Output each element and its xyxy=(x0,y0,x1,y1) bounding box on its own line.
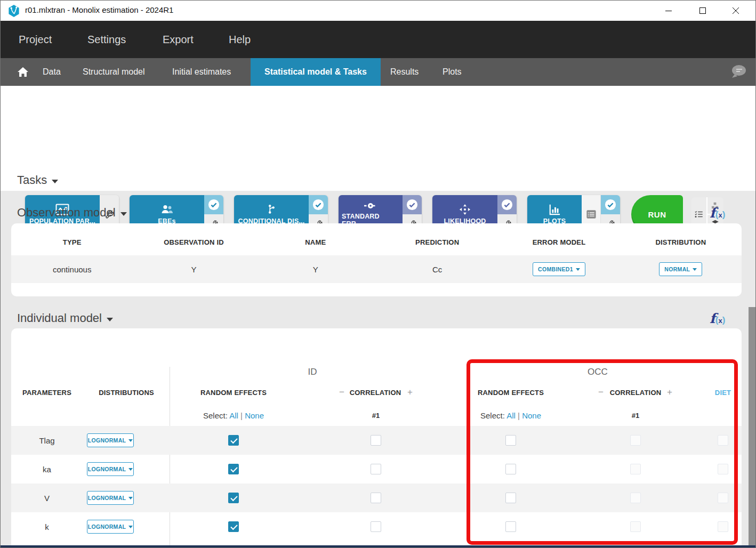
tab-statistical-model-tasks[interactable]: Statistical model & Tasks xyxy=(251,58,381,86)
individual-model-heading[interactable]: Individual model xyxy=(17,311,113,325)
diet-covariate-checkbox[interactable] xyxy=(718,493,728,503)
id-random-effect-checkbox[interactable] xyxy=(228,464,239,474)
menu-settings[interactable]: Settings xyxy=(87,21,126,58)
tab-initial-estimates[interactable]: Initial estimates xyxy=(172,58,231,86)
occ-random-effect-checkbox[interactable] xyxy=(505,464,516,474)
id-correlation-checkbox[interactable] xyxy=(371,521,381,532)
table-row: V LOGNORMAL xyxy=(11,483,742,512)
task-selected-check-icon[interactable] xyxy=(601,195,620,214)
obs-prediction: Cc xyxy=(376,265,498,274)
menu-project[interactable]: Project xyxy=(19,21,52,58)
menu-bar: Project Settings Export Help xyxy=(1,21,755,58)
task-selected-check-icon[interactable] xyxy=(204,195,223,214)
tasks-heading[interactable]: Tasks xyxy=(17,173,58,187)
id-random-effect-checkbox[interactable] xyxy=(228,521,239,532)
occ-correlation-checkbox[interactable] xyxy=(630,464,641,474)
crosshair-icon xyxy=(459,204,471,215)
id-random-effect-checkbox[interactable] xyxy=(228,435,239,446)
id-correlation-checkbox[interactable] xyxy=(371,435,381,446)
observation-formula-icon[interactable]: f(x) xyxy=(710,205,731,221)
window-bottom-edge xyxy=(1,545,755,547)
table-row: Tlag LOGNORMAL xyxy=(11,426,742,455)
id-select-none-link[interactable]: None xyxy=(245,411,264,420)
occ-random-effect-checkbox[interactable] xyxy=(505,493,516,503)
diet-covariate-checkbox[interactable] xyxy=(718,521,728,532)
occ-select-all-link[interactable]: All xyxy=(506,411,516,420)
tab-bar: Data Structural model Initial estimates … xyxy=(1,58,755,86)
id-correlation-checkbox[interactable] xyxy=(371,493,381,503)
id-random-effect-checkbox[interactable] xyxy=(228,493,239,503)
distribution-dropdown[interactable]: LOGNORMAL xyxy=(87,433,134,447)
distribution-dropdown[interactable]: NORMAL xyxy=(659,262,702,276)
remove-occ-correlation-icon[interactable]: − xyxy=(598,387,604,398)
menu-export[interactable]: Export xyxy=(163,21,194,58)
column-type: TYPE xyxy=(11,238,133,246)
parameter-name: k xyxy=(15,512,79,541)
home-icon xyxy=(17,67,29,77)
occ-correlation-checkbox[interactable] xyxy=(630,435,641,446)
occ-select-none-link[interactable]: None xyxy=(522,411,541,420)
individual-formula-icon[interactable]: f(x) xyxy=(710,311,731,326)
chevron-down-icon xyxy=(128,439,133,442)
remove-id-correlation-icon[interactable]: − xyxy=(339,387,344,398)
minimize-button[interactable] xyxy=(656,1,681,21)
column-error-model: ERROR MODEL xyxy=(498,238,620,246)
occ-random-effect-checkbox[interactable] xyxy=(505,521,516,532)
observation-model-heading[interactable]: Observation model xyxy=(17,206,127,220)
error-model-dropdown[interactable]: COMBINED1 xyxy=(533,262,585,276)
column-distribution: DISTRIBUTION xyxy=(620,238,742,246)
table-row: ka LOGNORMAL xyxy=(11,455,742,483)
distribution-dropdown[interactable]: LOGNORMAL xyxy=(87,462,134,476)
tasks-panel: Tasks POPULATION PAR... EBEs xyxy=(1,86,755,191)
occ-correlation-index: #1 xyxy=(632,412,639,420)
chevron-down-icon xyxy=(128,526,133,528)
tab-results[interactable]: Results xyxy=(390,58,419,86)
parameters-header: PARAMETERS xyxy=(22,389,71,397)
occ-correlation-checkbox[interactable] xyxy=(630,493,641,503)
parameter-name: ka xyxy=(15,455,79,483)
error-bar-icon xyxy=(364,201,377,211)
home-tab[interactable] xyxy=(11,58,35,86)
monolix-window: r01.mlxtran - Monolix estimation - 2024R… xyxy=(0,0,756,548)
occ-correlation-header: CORRELATION xyxy=(610,389,662,397)
diet-covariate-header: DIET xyxy=(715,389,731,397)
collapse-arrow-icon xyxy=(52,180,58,183)
people-icon xyxy=(160,204,174,215)
bar-chart-icon xyxy=(549,204,560,215)
parameter-name: V xyxy=(15,483,79,512)
task-selected-check-icon[interactable] xyxy=(309,195,328,214)
diet-covariate-checkbox[interactable] xyxy=(718,464,728,474)
add-occ-correlation-icon[interactable]: + xyxy=(667,387,672,398)
chevron-down-icon xyxy=(693,268,697,271)
tab-plots[interactable]: Plots xyxy=(443,58,462,86)
occ-correlation-checkbox[interactable] xyxy=(630,521,641,532)
tab-structural-model[interactable]: Structural model xyxy=(83,58,145,86)
branch-icon xyxy=(266,204,277,215)
obs-id: Y xyxy=(133,265,254,274)
close-button[interactable] xyxy=(723,1,748,21)
task-selected-check-icon[interactable] xyxy=(403,195,422,214)
parameter-name: Tlag xyxy=(15,426,79,455)
tab-data[interactable]: Data xyxy=(43,58,61,86)
id-correlation-index: #1 xyxy=(372,412,380,420)
group-id-label: ID xyxy=(308,367,317,377)
title-bar: r01.mlxtran - Monolix estimation - 2024R… xyxy=(1,1,755,21)
vertical-scrollbar[interactable] xyxy=(749,307,755,548)
distributions-header: DISTRIBUTIONS xyxy=(99,389,154,397)
task-selected-check-icon[interactable] xyxy=(497,195,517,214)
occ-random-effect-checkbox[interactable] xyxy=(505,435,516,446)
obs-type: continuous xyxy=(11,265,133,274)
collapse-arrow-icon xyxy=(107,318,113,321)
maximize-button[interactable] xyxy=(690,1,715,21)
menu-help[interactable]: Help xyxy=(229,21,251,58)
id-correlation-checkbox[interactable] xyxy=(371,464,381,474)
chevron-down-icon xyxy=(576,268,580,271)
add-id-correlation-icon[interactable]: + xyxy=(407,387,413,398)
feedback-chat-icon[interactable] xyxy=(729,63,748,80)
column-prediction: PREDICTION xyxy=(376,238,498,246)
distribution-dropdown[interactable]: LOGNORMAL xyxy=(87,520,134,534)
distribution-dropdown[interactable]: LOGNORMAL xyxy=(87,491,134,505)
diet-covariate-checkbox[interactable] xyxy=(718,435,728,446)
id-select-all-link[interactable]: All xyxy=(229,411,238,420)
table-row: k LOGNORMAL xyxy=(11,512,742,541)
